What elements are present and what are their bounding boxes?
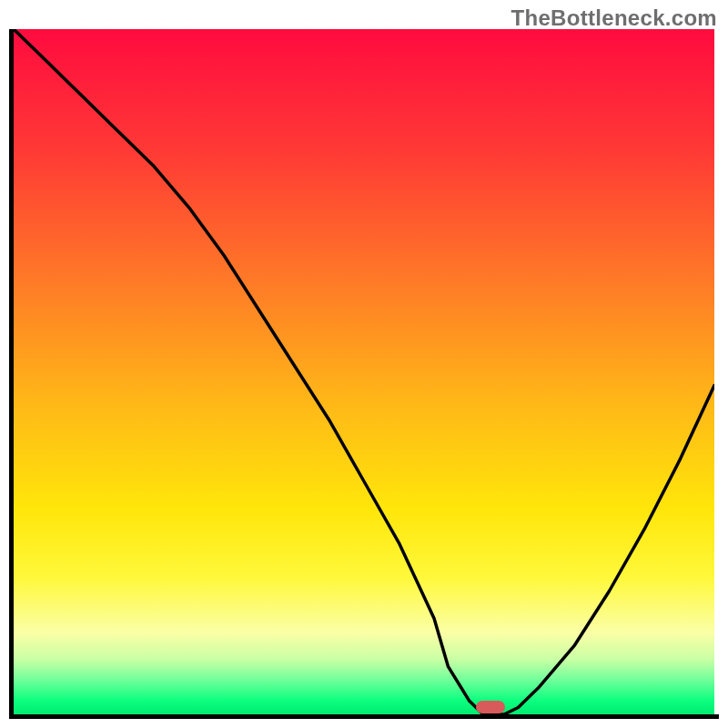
bottleneck-curve	[14, 29, 714, 714]
optimal-point-marker	[476, 701, 505, 713]
chart-frame: TheBottleneck.com	[0, 0, 728, 728]
watermark-text: TheBottleneck.com	[511, 5, 717, 31]
y-axis	[9, 29, 14, 714]
x-axis	[9, 714, 719, 719]
